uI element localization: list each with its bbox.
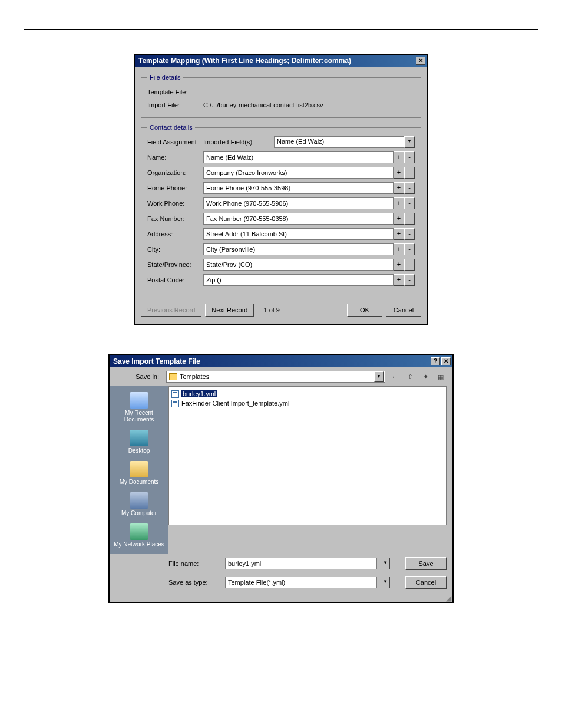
minus-icon[interactable]: - [404, 182, 415, 194]
file-item-label: burley1.yml [181, 390, 217, 397]
page-rule-bottom [24, 633, 538, 650]
mapping-input[interactable] [203, 197, 394, 209]
minus-icon[interactable]: - [404, 151, 415, 163]
mapping-label: Address: [147, 230, 203, 238]
save-in-value: Templates [180, 373, 374, 380]
places-item[interactable]: My Recent Documents [113, 390, 166, 425]
mapping-label: State/Province: [147, 261, 203, 268]
plus-icon[interactable]: + [394, 182, 404, 194]
chevron-down-icon[interactable]: ▼ [404, 136, 415, 148]
new-folder-icon[interactable]: ✦ [419, 371, 431, 383]
mapping-row: Work Phone:+- [147, 197, 415, 210]
docs-icon [130, 461, 148, 477]
file-item[interactable]: FaxFinder Client Import_template.yml [171, 398, 444, 408]
places-item[interactable]: Desktop [113, 427, 166, 456]
cancel-button[interactable]: Cancel [405, 576, 447, 589]
previous-record-button[interactable]: Previous Record [141, 304, 201, 317]
plus-icon[interactable]: + [394, 259, 404, 271]
plus-icon[interactable]: + [394, 151, 404, 163]
minus-icon[interactable]: - [404, 167, 415, 179]
mapping-row: State/Province:+- [147, 258, 415, 271]
template-file-label: Template File: [147, 88, 203, 95]
mapping-label: Organization: [147, 169, 203, 176]
views-icon[interactable]: ▦ [435, 371, 447, 383]
mapping-row: City:+- [147, 243, 415, 256]
mapping-input[interactable] [203, 274, 394, 286]
plus-icon[interactable]: + [394, 243, 404, 255]
template-mapping-titlebar[interactable]: Template Mapping (With First Line Headin… [135, 55, 427, 67]
save-file-dialog: Save Import Template File ? ✕ Save in: T… [108, 354, 454, 603]
save-button[interactable]: Save [405, 557, 447, 570]
mapping-row: Organization:+- [147, 166, 415, 179]
file-details-group: File details Template File: Import File:… [141, 74, 421, 118]
mapping-row: Home Phone:+- [147, 182, 415, 195]
file-icon [171, 400, 179, 407]
chevron-down-icon[interactable]: ▼ [374, 371, 384, 382]
minus-icon[interactable]: - [404, 197, 415, 209]
file-details-legend: File details [147, 74, 183, 81]
mapping-input[interactable] [203, 259, 394, 271]
save-as-type-label: Save as type: [168, 579, 222, 586]
places-item[interactable]: My Computer [113, 490, 166, 519]
minus-icon[interactable]: - [404, 213, 415, 225]
page-rule-top [24, 29, 538, 30]
places-item[interactable]: My Network Places [113, 521, 166, 550]
up-one-level-icon[interactable]: ⇧ [404, 371, 416, 383]
close-icon[interactable]: ✕ [416, 57, 425, 65]
help-icon[interactable]: ? [431, 357, 440, 365]
mapping-input[interactable] [203, 243, 394, 255]
mapping-input[interactable] [203, 167, 394, 179]
chevron-down-icon[interactable]: ▼ [381, 558, 390, 569]
plus-icon[interactable]: + [394, 167, 404, 179]
plus-icon[interactable]: + [394, 213, 404, 225]
save-file-titlebar[interactable]: Save Import Template File ? ✕ [110, 355, 452, 367]
mapping-input[interactable] [203, 213, 394, 225]
desktop-icon [130, 430, 148, 446]
mapping-label: Work Phone: [147, 200, 203, 207]
minus-icon[interactable]: - [404, 228, 415, 240]
filename-label: File name: [168, 560, 222, 567]
import-file-value: C:/.../burley-mechanical-contact-list2b.… [203, 101, 415, 108]
mapping-label: Postal Code: [147, 276, 203, 284]
ok-button[interactable]: OK [347, 304, 382, 317]
file-list-pane[interactable]: burley1.ymlFaxFinder Client Import_templ… [168, 386, 447, 525]
save-in-select[interactable]: Templates ▼ [166, 371, 385, 383]
template-mapping-dialog: Template Mapping (With First Line Headin… [134, 54, 428, 325]
file-icon [171, 390, 179, 398]
places-bar: My Recent DocumentsDesktopMy DocumentsMy… [110, 386, 168, 554]
filename-input[interactable] [225, 558, 377, 569]
chevron-down-icon[interactable]: ▼ [381, 577, 390, 588]
plus-icon[interactable]: + [394, 228, 404, 240]
mapping-row: Postal Code:+- [147, 274, 415, 286]
save-file-title: Save Import Template File [113, 357, 429, 365]
places-item-label: My Network Places [113, 541, 166, 548]
mapping-input[interactable] [203, 151, 394, 163]
plus-icon[interactable]: + [394, 197, 404, 209]
mapping-input[interactable] [203, 228, 394, 240]
mapping-row: Address:+- [147, 228, 415, 241]
mapping-input[interactable] [203, 182, 394, 194]
net-icon [130, 523, 148, 540]
mapping-label: Name: [147, 154, 203, 161]
minus-icon[interactable]: - [404, 259, 415, 271]
plus-icon[interactable]: + [394, 274, 404, 286]
cancel-button[interactable]: Cancel [386, 304, 421, 317]
next-record-button[interactable]: Next Record [205, 304, 254, 317]
contact-details-legend: Contact details [147, 124, 195, 131]
save-as-type-select[interactable] [225, 577, 377, 588]
minus-icon[interactable]: - [404, 243, 415, 255]
imported-fields-select[interactable]: Name (Ed Walz) [274, 136, 404, 148]
file-item-label: FaxFinder Client Import_template.yml [181, 400, 289, 407]
back-icon[interactable]: ← [389, 371, 401, 383]
places-item-label: My Computer [113, 510, 166, 516]
mapping-label: Fax Number: [147, 215, 203, 222]
minus-icon[interactable]: - [404, 274, 415, 286]
field-assignment-label: Field Assignment [147, 139, 203, 146]
places-item[interactable]: My Documents [113, 459, 166, 487]
resize-grip-icon[interactable]: ◢ [110, 596, 452, 602]
file-item[interactable]: burley1.yml [171, 389, 444, 398]
close-icon[interactable]: ✕ [441, 357, 451, 365]
template-mapping-title: Template Mapping (With First Line Headin… [138, 57, 415, 65]
places-item-label: My Documents [113, 479, 166, 485]
mapping-row: Name:+- [147, 151, 415, 164]
